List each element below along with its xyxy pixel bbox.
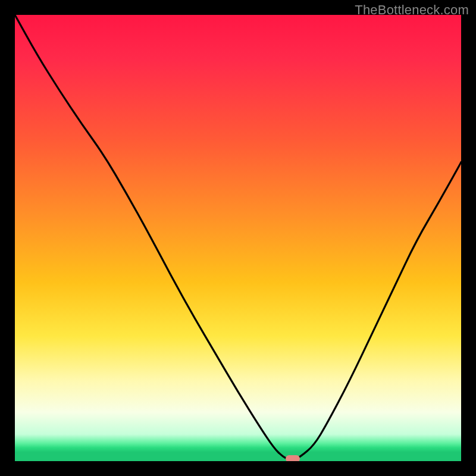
chart-root: TheBottleneck.com [0,0,476,476]
optimal-point-marker [286,455,300,461]
watermark-label: TheBottleneck.com [355,2,469,18]
plot-area [15,15,461,461]
bottleneck-curve [15,15,461,461]
